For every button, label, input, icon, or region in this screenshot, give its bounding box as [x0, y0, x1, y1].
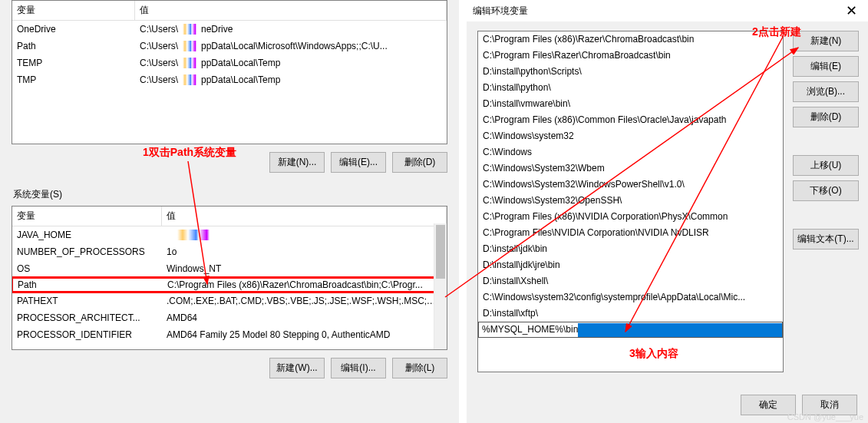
- var-name-cell: JAVA_HOME: [12, 228, 162, 242]
- path-item[interactable]: C:\Windows\system32\config\systemprofile…: [478, 289, 783, 306]
- table-row[interactable]: NUMBER_OF_PROCESSORS1o: [12, 243, 447, 260]
- path-item[interactable]: D:\install\jdk\jre\bin: [478, 257, 783, 273]
- user-vars-table: 变量 值 OneDriveC:\Users\neDrivePathC:\User…: [12, 0, 447, 144]
- path-item[interactable]: C:\Program Files\Razer\ChromaBroadcast\b…: [478, 48, 783, 64]
- path-item-editing[interactable]: %MYSQL_HOME%\bin: [478, 322, 783, 338]
- delete-button[interactable]: 删除(D): [392, 152, 447, 173]
- var-value-cell: .COM;.EXE;.BAT;.CMD;.VBS;.VBE;.JS;.JSE;.…: [162, 294, 447, 308]
- path-item[interactable]: D:\install\python\: [478, 80, 783, 96]
- var-name-cell: NUMBER_OF_PROCESSORS: [12, 245, 162, 259]
- path-item[interactable]: C:\Program Files (x86)\Razer\ChromaBroad…: [478, 31, 783, 48]
- table-row[interactable]: JAVA_HOME: [12, 226, 447, 243]
- var-name-cell: PATHEXT: [12, 294, 162, 308]
- var-value-cell: C:\Users\neDrive: [135, 22, 447, 37]
- delete-button[interactable]: 删除(D): [793, 107, 859, 127]
- close-icon[interactable]: ✕: [841, 0, 862, 21]
- table-row[interactable]: TEMPC:\Users\ppData\Local\Temp: [12, 55, 447, 71]
- table-row[interactable]: PathC:\Users\ppData\Local\Microsoft\Wind…: [12, 38, 447, 55]
- var-value-cell: Windows_NT: [162, 262, 447, 276]
- right-button-column: 新建(N) 编辑(E) 浏览(B)... 删除(D) 上移(U) 下移(O) 编…: [793, 31, 859, 372]
- new-button[interactable]: 新建(N): [793, 31, 859, 51]
- path-item[interactable]: C:\Program Files (x86)\NVIDIA Corporatio…: [478, 209, 783, 225]
- table-row[interactable]: OSWindows_NT: [12, 260, 447, 277]
- var-name-cell: OneDrive: [12, 22, 135, 36]
- move-up-button[interactable]: 上移(U): [793, 155, 859, 176]
- system-vars-table: 变量 值 JAVA_HOMENUMBER_OF_PROCESSORS1oOSWi…: [12, 206, 447, 350]
- col-header-variable[interactable]: 变量: [12, 207, 162, 226]
- var-value-cell: [162, 228, 447, 243]
- move-down-button[interactable]: 下移(O): [793, 180, 859, 201]
- path-item[interactable]: C:\Windows\system32: [478, 128, 783, 144]
- var-value-cell: C:\Program Files (x86)\Razer\ChromaBroad…: [163, 278, 434, 292]
- table-row[interactable]: OneDriveC:\Users\neDrive: [12, 21, 447, 38]
- user-vars-buttons: 新建(N)... 编辑(E)... 删除(D): [12, 152, 447, 173]
- var-name-cell: TMP: [12, 73, 135, 87]
- system-vars-label: 系统变量(S): [12, 187, 447, 206]
- edit-text-button[interactable]: 编辑文本(T)...: [793, 229, 859, 250]
- var-value-cell: AMD64: [162, 311, 447, 325]
- path-item[interactable]: D:\install\python\Scripts\: [478, 64, 783, 80]
- path-item[interactable]: D:\install\Xshell\: [478, 273, 783, 289]
- path-item[interactable]: D:\install\vmware\bin\: [478, 96, 783, 112]
- var-value-cell: C:\Users\ppData\Local\Temp: [135, 73, 447, 88]
- path-item[interactable]: D:\install\xftp\: [478, 306, 783, 322]
- var-value-cell: 1o: [162, 245, 447, 259]
- scrollbar[interactable]: [434, 223, 447, 349]
- col-header-value[interactable]: 值: [135, 1, 447, 20]
- path-item[interactable]: C:\Windows\System32\OpenSSH\: [478, 193, 783, 209]
- right-panel: 编辑环境变量 ✕ C:\Program Files (x86)\Razer\Ch…: [467, 0, 868, 423]
- table-row[interactable]: PROCESSOR_IDENTIFIERAMD64 Family 25 Mode…: [12, 326, 447, 343]
- col-header-variable[interactable]: 变量: [12, 1, 135, 20]
- new-button[interactable]: 新建(W)...: [269, 358, 325, 378]
- var-name-cell: PROCESSOR_ARCHITECT...: [12, 311, 162, 325]
- var-name-cell: TEMP: [12, 56, 135, 70]
- path-item[interactable]: C:\Program Files (x86)\Common Files\Orac…: [478, 112, 783, 128]
- title-bar: 编辑环境变量 ✕: [467, 0, 868, 21]
- var-value-cell: C:\Users\ppData\Local\Temp: [135, 56, 447, 71]
- path-item[interactable]: C:\Windows\System32\Wbem: [478, 160, 783, 177]
- var-value-cell: C:\Users\ppData\Local\Microsoft\WindowsA…: [135, 39, 447, 54]
- var-name-cell: OS: [12, 262, 162, 276]
- watermark: CSDN @yue___yue: [787, 412, 863, 421]
- path-item[interactable]: D:\install\jdk\bin: [478, 241, 783, 257]
- var-name-cell: Path: [13, 278, 163, 292]
- path-item[interactable]: C:\Windows: [478, 144, 783, 160]
- table-row[interactable]: TMPC:\Users\ppData\Local\Temp: [12, 71, 447, 88]
- table-row-path-highlighted[interactable]: PathC:\Program Files (x86)\Razer\ChromaB…: [12, 276, 435, 293]
- table-header: 变量 值: [12, 207, 447, 226]
- path-item[interactable]: C:\Program Files\NVIDIA Corporation\NVID…: [478, 225, 783, 241]
- window-title: 编辑环境变量: [473, 0, 528, 21]
- editing-input-text[interactable]: %MYSQL_HOME%\bin: [482, 323, 578, 336]
- path-list[interactable]: C:\Program Files (x86)\Razer\ChromaBroad…: [477, 31, 784, 372]
- left-panel: 变量 值 OneDriveC:\Users\neDrivePathC:\User…: [0, 0, 459, 423]
- var-name-cell: Path: [12, 39, 135, 53]
- table-row[interactable]: PATHEXT.COM;.EXE;.BAT;.CMD;.VBS;.VBE;.JS…: [12, 292, 447, 309]
- browse-button[interactable]: 浏览(B)...: [793, 81, 859, 102]
- new-button[interactable]: 新建(N)...: [269, 152, 325, 173]
- edit-button[interactable]: 编辑(E)...: [331, 152, 386, 173]
- table-header: 变量 值: [12, 1, 447, 21]
- delete-button[interactable]: 删除(L): [392, 358, 447, 378]
- edit-button[interactable]: 编辑(I)...: [331, 358, 386, 378]
- edit-button[interactable]: 编辑(E): [793, 56, 859, 77]
- system-vars-buttons: 新建(W)... 编辑(I)... 删除(L): [12, 358, 447, 378]
- table-row[interactable]: PROCESSOR_ARCHITECT...AMD64: [12, 309, 447, 326]
- path-item[interactable]: C:\Windows\System32\WindowsPowerShell\v1…: [478, 177, 783, 193]
- col-header-value[interactable]: 值: [162, 207, 447, 226]
- var-name-cell: PROCESSOR_IDENTIFIER: [12, 328, 162, 342]
- var-value-cell: AMD64 Family 25 Model 80 Stepping 0, Aut…: [162, 328, 447, 342]
